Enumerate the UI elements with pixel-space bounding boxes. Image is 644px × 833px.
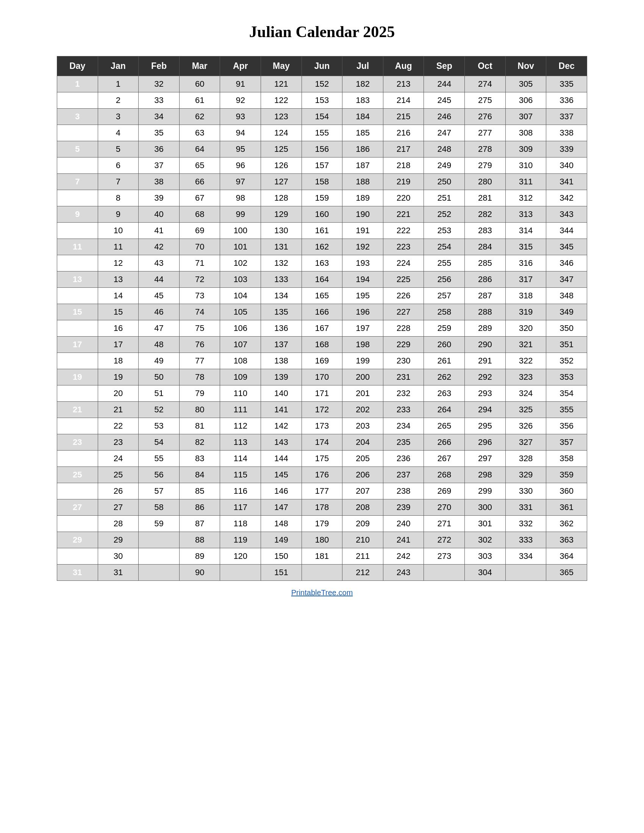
julian-day-value: 258 [424, 304, 465, 320]
julian-day-value: 69 [179, 223, 220, 239]
day-number: 17 [57, 337, 98, 353]
header-may: May [261, 56, 302, 76]
julian-day-value: 357 [546, 434, 587, 450]
julian-day-value: 130 [261, 223, 302, 239]
table-row: 44356394124155185216247277308338 [57, 125, 587, 141]
julian-day-value: 78 [179, 369, 220, 386]
julian-day-value: 358 [546, 450, 587, 467]
day-number: 18 [57, 353, 98, 369]
julian-calendar-table: DayJanFebMarAprMayJunJulAugSepOctNovDec … [57, 56, 587, 581]
julian-day-value: 93 [220, 109, 261, 125]
julian-day-value: 11 [98, 239, 138, 255]
julian-day-value: 270 [424, 499, 465, 516]
julian-day-value: 297 [465, 450, 506, 467]
day-number: 16 [57, 320, 98, 337]
julian-day-value: 237 [383, 467, 424, 483]
julian-day-value: 224 [383, 255, 424, 272]
julian-day-value: 319 [506, 304, 546, 320]
day-number: 15 [57, 304, 98, 320]
header-jun: Jun [301, 56, 343, 76]
julian-day-value: 47 [138, 320, 180, 337]
julian-day-value: 2 [98, 92, 138, 109]
header-feb: Feb [138, 56, 180, 76]
julian-day-value: 27 [98, 499, 138, 516]
julian-day-value: 14 [98, 288, 138, 304]
julian-day-value: 229 [383, 337, 424, 353]
julian-day-value: 141 [261, 402, 302, 418]
julian-day-value: 73 [179, 288, 220, 304]
julian-day-value: 134 [261, 288, 302, 304]
table-row: 12124371102132163193224255285316346 [57, 255, 587, 272]
julian-day-value: 175 [301, 450, 343, 467]
julian-day-value: 52 [138, 402, 180, 418]
table-row: 33346293123154184215246276307337 [57, 109, 587, 125]
julian-day-value: 8 [98, 190, 138, 206]
julian-day-value: 120 [220, 548, 261, 564]
julian-day-value: 250 [424, 174, 465, 190]
julian-day-value: 135 [261, 304, 302, 320]
header-mar: Mar [179, 56, 220, 76]
julian-day-value: 305 [506, 76, 546, 92]
julian-day-value: 222 [383, 223, 424, 239]
julian-day-value: 241 [383, 532, 424, 548]
table-row: 26265785116146177207238269299330360 [57, 483, 587, 499]
julian-day-value: 248 [424, 141, 465, 158]
julian-day-value: 163 [301, 255, 343, 272]
table-row: 88396798128159189220251281312342 [57, 190, 587, 206]
julian-day-value: 162 [301, 239, 343, 255]
julian-day-value: 242 [383, 548, 424, 564]
table-row: 313190151212243304365 [57, 564, 587, 581]
day-number: 12 [57, 255, 98, 272]
julian-day-value: 108 [220, 353, 261, 369]
table-row: 15154674105135166196227258288319349 [57, 304, 587, 320]
julian-day-value: 80 [179, 402, 220, 418]
julian-day-value: 322 [506, 353, 546, 369]
julian-day-value: 279 [465, 158, 506, 174]
table-row: 16164775106136167197228259289320350 [57, 320, 587, 337]
julian-day-value: 91 [220, 76, 261, 92]
julian-day-value: 291 [465, 353, 506, 369]
day-number: 19 [57, 369, 98, 386]
julian-day-value: 144 [261, 450, 302, 467]
julian-day-value: 247 [424, 125, 465, 141]
header-jan: Jan [98, 56, 138, 76]
julian-day-value: 146 [261, 483, 302, 499]
julian-day-value: 304 [465, 564, 506, 581]
julian-day-value: 274 [465, 76, 506, 92]
julian-day-value: 178 [301, 499, 343, 516]
julian-day-value: 316 [506, 255, 546, 272]
julian-day-value: 48 [138, 337, 180, 353]
day-number: 31 [57, 564, 98, 581]
julian-day-value: 167 [301, 320, 343, 337]
julian-day-value: 94 [220, 125, 261, 141]
julian-day-value: 118 [220, 516, 261, 532]
julian-day-value: 49 [138, 353, 180, 369]
julian-day-value: 18 [98, 353, 138, 369]
julian-day-value: 300 [465, 499, 506, 516]
julian-day-value: 292 [465, 369, 506, 386]
julian-day-value: 333 [506, 532, 546, 548]
julian-day-value: 100 [220, 223, 261, 239]
julian-day-value: 314 [506, 223, 546, 239]
day-number: 26 [57, 483, 98, 499]
julian-day-value: 180 [301, 532, 343, 548]
footer-link[interactable]: PrintableTree.com [291, 589, 353, 597]
julian-day-value: 64 [179, 141, 220, 158]
julian-day-value: 5 [98, 141, 138, 158]
julian-day-value: 282 [465, 206, 506, 223]
julian-day-value: 37 [138, 158, 180, 174]
julian-day-value: 92 [220, 92, 261, 109]
julian-day-value: 284 [465, 239, 506, 255]
julian-day-value: 7 [98, 174, 138, 190]
julian-day-value [220, 564, 261, 581]
julian-day-value: 174 [301, 434, 343, 450]
julian-day-value: 213 [383, 76, 424, 92]
julian-day-value: 147 [261, 499, 302, 516]
julian-day-value: 288 [465, 304, 506, 320]
julian-day-value: 324 [506, 386, 546, 402]
julian-day-value: 95 [220, 141, 261, 158]
julian-day-value: 211 [343, 548, 383, 564]
julian-day-value: 336 [546, 92, 587, 109]
julian-day-value: 129 [261, 206, 302, 223]
day-number: 30 [57, 548, 98, 564]
